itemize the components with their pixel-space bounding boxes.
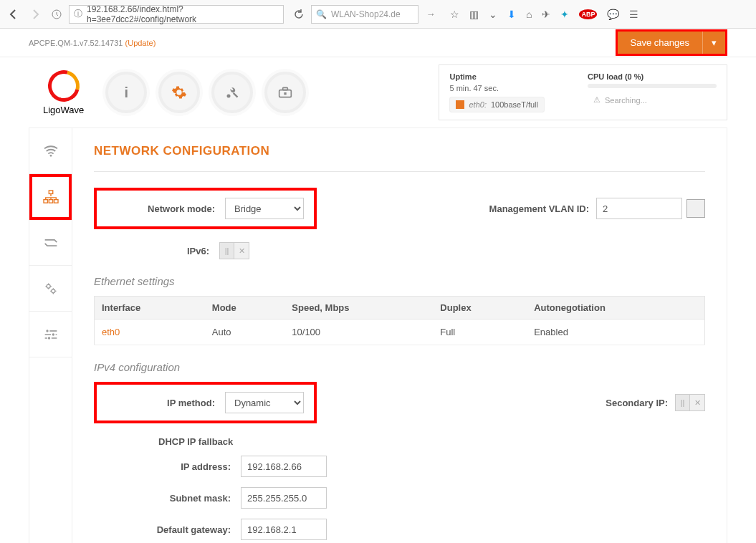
ext1-icon[interactable]: ✦	[560, 9, 569, 20]
support-circle-button[interactable]	[264, 72, 306, 113]
default-gateway-label: Default gateway:	[94, 524, 241, 535]
sidebar-item-wireless[interactable]	[29, 128, 72, 174]
main-panel: NETWORK CONFIGURATION Network mode: Brid…	[29, 128, 727, 543]
sidebar-item-traffic[interactable]	[29, 220, 72, 266]
ip-address-input[interactable]	[241, 456, 327, 477]
ethernet-section-title: Ethernet settings	[94, 275, 705, 287]
home-icon[interactable]: ⌂	[526, 9, 532, 20]
ethernet-table: Interface Mode Speed, Mbps Duplex Autone…	[94, 296, 705, 345]
ip-method-select[interactable]: Dynamic	[225, 392, 304, 413]
th-mode: Mode	[205, 297, 284, 319]
wifi-status-badge: ⚠︎ Searching...	[588, 92, 653, 107]
svg-point-11	[51, 289, 54, 292]
th-interface: Interface	[95, 297, 205, 319]
status-panel: Uptime 5 min. 47 sec. eth0: 100baseT/ful…	[439, 64, 727, 120]
wifi-status: Searching...	[605, 96, 647, 105]
network-mode-label: Network mode:	[100, 203, 225, 214]
abp-icon[interactable]: ABP	[579, 9, 597, 19]
chat-icon[interactable]: 💬	[607, 9, 619, 20]
content-area: NETWORK CONFIGURATION Network mode: Brid…	[72, 128, 727, 543]
eth-status-badge: eth0: 100baseT/full	[449, 97, 545, 112]
eth-iface: eth0:	[469, 100, 486, 109]
browser-toolbar: ⓘ 192.168.2.66/index.html?h=3ee7dcc2#/co…	[0, 0, 756, 29]
forward-button[interactable]	[26, 5, 44, 24]
svg-point-1	[227, 95, 231, 98]
ipv6-toggle[interactable]: ||✕	[219, 242, 249, 259]
logo-text: LigoWave	[43, 105, 84, 115]
secondary-ip-label: Secondary IP:	[606, 398, 675, 408]
subnet-mask-label: Subnet mask:	[94, 493, 241, 504]
divider	[94, 171, 705, 172]
table-row[interactable]: eth0 Auto 10/100 Full Enabled	[95, 319, 705, 345]
ipv6-label: IPv6:	[94, 246, 219, 256]
vlan-input[interactable]	[596, 198, 682, 219]
uptime-block: Uptime 5 min. 47 sec. eth0: 100baseT/ful…	[449, 72, 545, 112]
save-changes-area: Save changes ▾	[616, 29, 727, 56]
fw-text: APCPE.QM-1.v7.52.14731	[29, 39, 123, 47]
send-icon[interactable]: ✈	[542, 9, 550, 20]
update-link[interactable]: (Update)	[125, 39, 156, 47]
url-bar[interactable]: ⓘ 192.168.2.66/index.html?h=3ee7dcc2#/co…	[69, 5, 284, 24]
dhcp-fallback-header: DHCP IP fallback	[158, 436, 705, 447]
subnet-mask-input[interactable]	[241, 487, 327, 509]
default-gateway-input[interactable]	[241, 519, 327, 540]
ip-address-label: IP address:	[94, 461, 241, 472]
ip-method-highlight: IP method: Dynamic	[94, 382, 317, 423]
sidebar-item-system[interactable]	[29, 312, 72, 357]
cell-iface: eth0	[95, 319, 205, 345]
eth-speed: 100baseT/full	[491, 100, 538, 109]
secondary-ip-toggle[interactable]: ||✕	[675, 394, 705, 411]
save-changes-button[interactable]: Save changes	[618, 32, 702, 54]
cpu-block: CPU load (0 %) ⚠︎ Searching...	[588, 72, 717, 112]
star-icon[interactable]: ☆	[450, 9, 459, 20]
svg-rect-4	[284, 92, 287, 95]
back-button[interactable]	[4, 5, 23, 24]
info-circle-button[interactable]: i	[105, 72, 147, 113]
svg-point-5	[49, 154, 52, 156]
page-title: NETWORK CONFIGURATION	[94, 144, 705, 158]
sidebar	[29, 128, 72, 543]
sidebar-item-services[interactable]	[29, 266, 72, 312]
vlan-enable-checkbox[interactable]	[686, 199, 705, 218]
info-icon: ⓘ	[74, 8, 82, 20]
uptime-value: 5 min. 47 sec.	[449, 84, 545, 92]
svg-point-13	[52, 333, 54, 335]
th-auto: Autonegotiation	[527, 297, 704, 319]
library-icon[interactable]: ▥	[469, 9, 479, 20]
wifi-icon: ⚠︎	[593, 95, 601, 105]
cpu-bar	[588, 84, 717, 88]
firmware-version: APCPE.QM-1.v7.52.14731 (Update)	[29, 39, 155, 47]
search-placeholder: WLAN-Shop24.de	[331, 9, 401, 19]
logo-ring-icon	[42, 64, 85, 107]
network-mode-highlight: Network mode: Bridge	[94, 188, 317, 229]
refresh-button[interactable]	[290, 5, 308, 24]
svg-rect-8	[49, 200, 52, 203]
tools-circle-button[interactable]	[211, 72, 253, 113]
vlan-label: Management VLAN ID:	[489, 203, 596, 214]
sidebar-item-network[interactable]	[29, 174, 72, 220]
browser-extra-icons: ☆ ▥ ⌄ ⬇ ⌂ ✈ ✦ ABP 💬 ☰	[450, 9, 638, 20]
url-text: 192.168.2.66/index.html?h=3ee7dcc2#/conf…	[87, 4, 279, 24]
search-icon: 🔍	[316, 9, 327, 19]
logo: LigoWave	[43, 70, 84, 115]
go-button[interactable]: →	[421, 5, 440, 24]
security-icon[interactable]	[47, 5, 66, 24]
cell-auto: Enabled	[527, 319, 704, 345]
search-bar[interactable]: 🔍 WLAN-Shop24.de	[311, 5, 418, 24]
pocket-icon[interactable]: ⌄	[489, 9, 497, 20]
save-changes-dropdown[interactable]: ▾	[702, 32, 725, 54]
ip-method-label: IP method:	[100, 398, 225, 408]
download-icon[interactable]: ⬇	[507, 9, 516, 20]
settings-circle-button[interactable]	[158, 72, 200, 113]
cell-mode: Auto	[205, 319, 284, 345]
svg-point-10	[47, 284, 50, 288]
cell-duplex: Full	[433, 319, 527, 345]
network-mode-select[interactable]: Bridge	[225, 198, 304, 219]
uptime-label: Uptime	[449, 72, 476, 81]
menu-icon[interactable]: ☰	[629, 9, 638, 20]
circle-nav: i	[105, 72, 306, 113]
svg-point-12	[46, 330, 48, 332]
svg-rect-7	[44, 200, 47, 203]
svg-rect-6	[49, 191, 52, 194]
th-duplex: Duplex	[433, 297, 527, 319]
